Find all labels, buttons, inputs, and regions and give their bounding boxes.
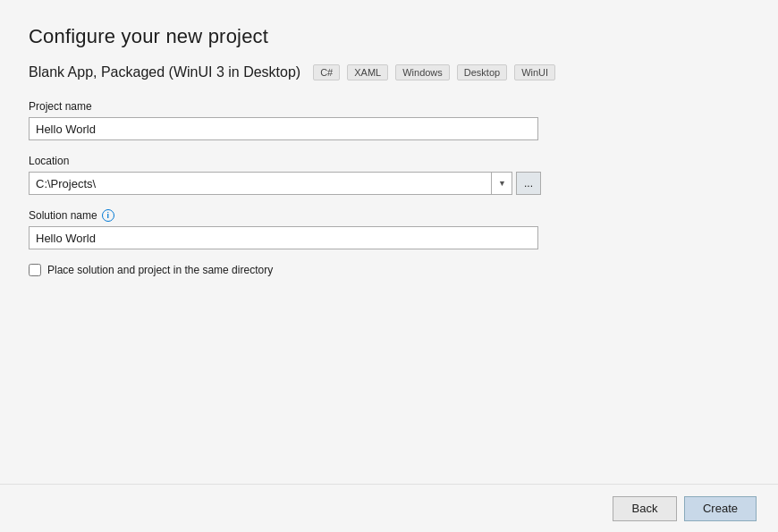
solution-name-label: Solution name i <box>29 209 749 222</box>
location-select-wrapper: C:\Projects\ ▼ <box>29 172 512 195</box>
same-directory-checkbox[interactable] <box>29 264 41 276</box>
create-button[interactable]: Create <box>684 496 757 521</box>
tag-desktop: Desktop <box>457 64 507 80</box>
checkbox-row: Place solution and project in the same d… <box>29 264 749 276</box>
location-select[interactable]: C:\Projects\ <box>29 172 512 195</box>
project-name-section: Project name <box>29 100 749 140</box>
solution-name-input[interactable] <box>29 226 538 249</box>
tag-csharp: C# <box>313 64 340 80</box>
page-container: Configure your new project Blank App, Pa… <box>0 0 778 532</box>
project-name-label: Project name <box>29 100 749 113</box>
same-directory-label[interactable]: Place solution and project in the same d… <box>47 264 273 276</box>
solution-name-info-icon[interactable]: i <box>102 209 114 222</box>
bottom-bar: Back Create <box>0 484 778 532</box>
page-title: Configure your new project <box>29 25 749 48</box>
tag-xaml: XAML <box>347 64 388 80</box>
location-label: Location <box>29 155 749 167</box>
browse-button[interactable]: ... <box>516 172 541 195</box>
solution-name-section: Solution name i <box>29 209 749 249</box>
tag-windows: Windows <box>395 64 450 80</box>
back-button[interactable]: Back <box>613 496 677 521</box>
project-name-input[interactable] <box>29 117 538 140</box>
location-section: Location C:\Projects\ ▼ ... <box>29 155 749 195</box>
app-type-row: Blank App, Packaged (WinUI 3 in Desktop)… <box>29 64 749 80</box>
location-row: C:\Projects\ ▼ ... <box>29 172 749 195</box>
app-type-name: Blank App, Packaged (WinUI 3 in Desktop) <box>29 64 300 80</box>
tag-winui: WinUI <box>514 64 555 80</box>
